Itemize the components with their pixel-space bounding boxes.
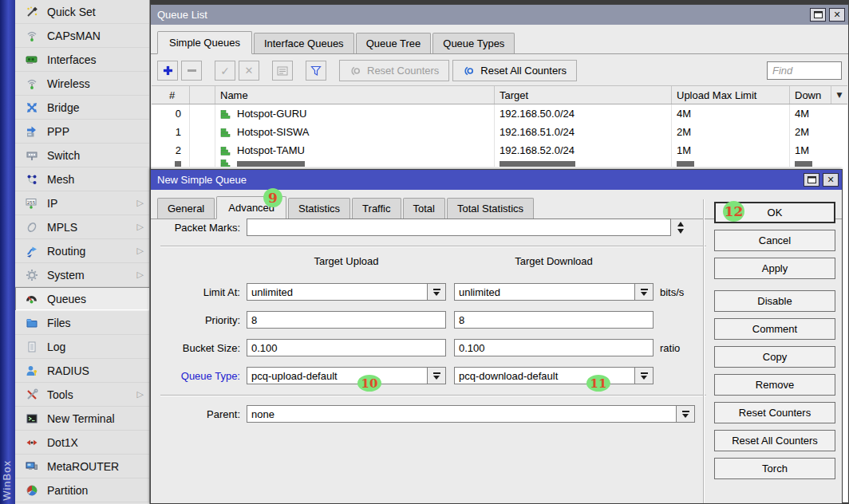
packet-marks-spinner[interactable] (677, 222, 684, 234)
column-header-blank[interactable] (190, 86, 215, 104)
sidebar-item-new-terminal[interactable]: New Terminal (15, 407, 149, 431)
sidebar-item-tools[interactable]: Tools▷ (15, 383, 149, 407)
column-header-name[interactable]: Name (215, 86, 495, 104)
torch-button[interactable]: Torch (714, 458, 835, 479)
sidebar-item-log[interactable]: Log (15, 335, 149, 359)
submenu-arrow-icon: ▷ (137, 222, 144, 232)
limit-at-upload-dropdown-button[interactable] (428, 283, 446, 301)
sidebar-item-ppp[interactable]: PPP (15, 120, 149, 144)
queue-type-upload-dropdown-button[interactable] (428, 367, 446, 384)
reset-counters-button[interactable]: Reset Counters (714, 402, 835, 423)
parent-dropdown-button[interactable] (677, 405, 695, 423)
column-header-upload-max-limit[interactable]: Upload Max Limit (672, 86, 790, 104)
combo-bar-icon (641, 289, 648, 290)
queue-name: Hotspot-TAMU (237, 144, 305, 156)
queue-type-upload-input[interactable] (247, 367, 428, 384)
annotation-11: 11 (586, 375, 610, 392)
comment-button[interactable] (272, 61, 293, 81)
plus-icon (163, 65, 173, 76)
table-row-partial[interactable] (152, 159, 847, 167)
reset-all-counters-button[interactable]: Reset All Counters (714, 430, 835, 451)
sidebar-item-radius[interactable]: RADIUS (15, 359, 149, 383)
sidebar-menu: Quick SetCAPsMANInterfacesWirelessBridge… (15, 0, 149, 504)
bucket-size-upload-input[interactable] (247, 339, 446, 356)
interfaces-icon (24, 53, 39, 66)
close-button[interactable]: ✕ (829, 8, 845, 22)
combo-arrow-icon (641, 292, 647, 296)
sidebar-item-capsman[interactable]: CAPsMAN (15, 24, 149, 48)
reset-all-counters-toolbar-button[interactable]: Reset All Counters (452, 60, 577, 81)
combo-bar-icon (641, 372, 648, 374)
clipped-text (795, 161, 812, 167)
disable-button[interactable]: Disable (714, 290, 835, 312)
dialog-titlebar[interactable]: New Simple Queue ✕ (151, 170, 842, 190)
priority-download-input[interactable] (454, 311, 654, 329)
column-header-target[interactable]: Target (495, 86, 672, 104)
sort-descending-icon[interactable]: ▼ (831, 86, 847, 104)
clipped-text (175, 161, 181, 167)
dialog-close-button[interactable]: ✕ (823, 173, 839, 187)
target-download-header: Target Download (454, 255, 654, 270)
submenu-arrow-icon: ▷ (137, 270, 144, 280)
sidebar-item-files[interactable]: Files (15, 311, 149, 335)
remove-button[interactable]: Remove (714, 374, 835, 396)
find-input[interactable] (767, 61, 842, 80)
dialog-tab-general[interactable]: General (157, 198, 215, 219)
cancel-button[interactable]: Cancel (714, 230, 835, 251)
bits-unit-label: bits/s (660, 286, 684, 298)
table-row[interactable]: 0Hotspot-GURU192.168.50.0/244M4M (152, 104, 847, 123)
sidebar-item-dot1x[interactable]: Dot1X (15, 431, 149, 455)
packet-marks-input[interactable] (247, 219, 671, 236)
limit-at-download-dropdown-button[interactable] (635, 283, 654, 301)
dialog-tab-traffic[interactable]: Traffic (352, 198, 401, 219)
tab-interface-queues[interactable]: Interface Queues (254, 33, 354, 53)
dialog-tab-total-statistics[interactable]: Total Statistics (447, 198, 534, 219)
table-row[interactable]: 1Hotspot-SISWA192.168.51.0/242M2M (152, 123, 847, 141)
sidebar-item-quick-set[interactable]: Quick Set (15, 0, 149, 24)
tab-queue-types[interactable]: Queue Types (432, 33, 515, 53)
reset-counters-toolbar-button[interactable]: Reset Counters (339, 60, 449, 81)
enable-button[interactable]: ✓ (215, 61, 235, 81)
dialog-maximize-button[interactable] (804, 173, 819, 187)
sidebar-item-routing[interactable]: Routing▷ (15, 239, 149, 263)
sidebar-item-interfaces[interactable]: Interfaces (15, 48, 149, 72)
table-header-row: # Name Target Upload Max Limit Down ▼ (152, 85, 847, 104)
remove-button[interactable] (181, 61, 202, 81)
column-header-download-max-limit[interactable]: Down (790, 86, 831, 104)
apply-button[interactable]: Apply (714, 258, 835, 279)
sidebar-item-ip[interactable]: 255IP▷ (15, 191, 149, 215)
tab-queue-tree[interactable]: Queue Tree (356, 33, 432, 53)
column-header-index[interactable]: # (152, 86, 190, 104)
add-button[interactable] (157, 61, 178, 81)
limit-at-download-input[interactable] (454, 283, 635, 301)
priority-upload-input[interactable] (247, 311, 446, 329)
bucket-size-download-input[interactable] (454, 339, 654, 356)
filter-button[interactable] (306, 61, 326, 81)
dialog-tab-total[interactable]: Total (403, 198, 445, 219)
sidebar-item-mpls[interactable]: MPLS▷ (15, 215, 149, 239)
sidebar-item-system[interactable]: System▷ (15, 263, 149, 287)
switch-icon (24, 148, 39, 162)
table-row[interactable]: 2Hotspot-TAMU192.168.52.0/241M1M (152, 141, 847, 159)
maximize-icon (808, 176, 816, 183)
limit-at-upload-input[interactable] (247, 283, 428, 301)
sidebar-item-wireless[interactable]: Wireless (15, 72, 149, 96)
tab-simple-queues[interactable]: Simple Queues (157, 31, 252, 54)
sidebar-item-metarouter[interactable]: MetaROUTER (15, 455, 149, 478)
sidebar-item-queues[interactable]: Queues (15, 287, 149, 311)
queue-list-titlebar[interactable]: Queue List ✕ (151, 5, 848, 25)
dialog-tab-statistics[interactable]: Statistics (288, 198, 350, 219)
winbox-brand-label: WinBox (1, 460, 15, 501)
mesh-icon (24, 172, 39, 186)
maximize-button[interactable] (810, 8, 826, 22)
sidebar-item-partition[interactable]: Partition (15, 478, 149, 502)
comment-button[interactable]: Comment (714, 318, 835, 340)
sidebar-item-bridge[interactable]: Bridge (15, 96, 149, 120)
sidebar-item-mesh[interactable]: Mesh (15, 167, 149, 191)
queue-type-download-dropdown-button[interactable] (635, 367, 654, 384)
sidebar-item-switch[interactable]: Switch (15, 144, 149, 167)
sidebar-item-label: Wireless (47, 77, 90, 90)
copy-button[interactable]: Copy (714, 346, 835, 368)
parent-input[interactable] (247, 405, 677, 423)
disable-button[interactable]: ✕ (239, 61, 259, 81)
